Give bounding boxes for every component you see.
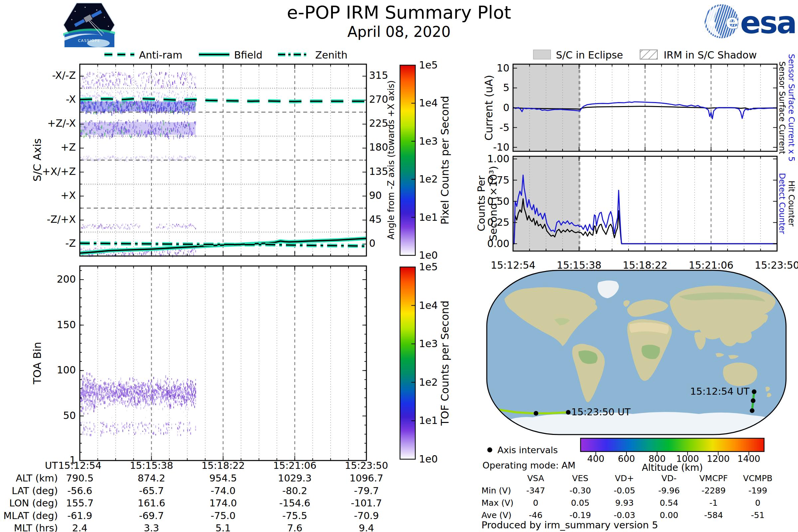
ephemeris-cell: 15:18:22 <box>190 460 256 471</box>
voltage-cell: -51 <box>735 510 781 520</box>
sensor-current-label: Sensor Surface Current <box>777 61 787 154</box>
ephemeris-cell: 155.7 <box>46 497 113 509</box>
page-date: April 08, 2020 <box>200 23 598 40</box>
axis-intervals-label: Axis intervals <box>497 445 558 455</box>
ephemeris-cell: -61.9 <box>46 510 113 521</box>
colorbar-tick-label: 1e4 <box>419 97 438 109</box>
altitude-tick-label: 1000 <box>673 454 703 464</box>
current-tick-label: 0 <box>472 102 509 113</box>
altitude-tick-label: 1400 <box>734 454 764 464</box>
ephemeris-cell: 15:23:50 <box>333 460 400 471</box>
voltage-cell: 0.00 <box>646 510 692 520</box>
angle-tick-label: 90 <box>369 190 382 201</box>
colorbar-tick-label: 1e3 <box>419 135 438 147</box>
colorbar-tick-label: 1e0 <box>419 249 438 261</box>
colorbar-tick-label: 1e5 <box>419 261 438 273</box>
time-tick-label: 15:18:22 <box>615 259 675 271</box>
hit-counter-label: Hit Counter <box>787 180 796 226</box>
ephemeris-cell: 790.5 <box>46 473 113 484</box>
voltage-column-header: VD- <box>646 474 692 483</box>
toa-ylabel: TOA Bin <box>31 342 43 384</box>
current-tick-label: 5 <box>472 82 509 93</box>
detect-counter-label: Detect Counter <box>777 173 787 234</box>
current-tick-label: -5 <box>472 122 509 133</box>
colorbar-tick-label: 1e4 <box>419 300 438 311</box>
angle-tick-label: 225 <box>369 117 388 129</box>
voltage-column-header: VSA <box>512 474 559 483</box>
ephemeris-cell: 1096.7 <box>333 473 400 484</box>
tof-colorbar-label: TOF Counts per Second <box>439 301 451 425</box>
altitude-tick-label: 400 <box>581 454 611 464</box>
voltage-cell: 0 <box>512 498 559 508</box>
voltage-cell: -0.19 <box>557 510 604 520</box>
ephemeris-cell: -154.6 <box>262 497 328 509</box>
patch-text: CASSIOPE <box>78 39 100 43</box>
angle-tick-label: 270 <box>369 93 388 105</box>
toa-tick-label: 200 <box>40 273 76 285</box>
colorbar-tick-label: 1e2 <box>419 376 438 388</box>
voltage-column-header: VCMPB <box>735 474 781 483</box>
toa-tick-label: 100 <box>40 364 76 376</box>
ephemeris-cell: 9.4 <box>333 522 400 532</box>
voltage-cell: -9.96 <box>646 486 692 495</box>
angle-tick-label: 45 <box>369 213 382 225</box>
ephemeris-cell: -65.7 <box>118 485 185 496</box>
voltage-cell: 9.93 <box>601 498 648 508</box>
sc-axis-category-label: -Z/+X <box>20 213 76 225</box>
ephemeris-cell: 3.3 <box>118 522 185 532</box>
time-tick-label: 15:23:50 <box>747 259 798 271</box>
ephemeris-cell: 5.1 <box>190 522 256 532</box>
altitude-tick-label: 800 <box>642 454 672 464</box>
legend-zenith-label: Zenith <box>315 49 347 61</box>
voltage-row-label: Max (V) <box>481 498 513 508</box>
sensor-current-x5-label: Sensor Surface Current x 5 <box>787 54 796 162</box>
sc-axis-category-label: -X/-Z <box>20 70 76 81</box>
ephemeris-cell: 15:15:38 <box>118 460 185 471</box>
ephemeris-cell: -74.0 <box>190 485 256 496</box>
legend-eclipse-label: S/C in Eclipse <box>556 49 623 61</box>
legend-shadow-label: IRM in S/C Shadow <box>664 49 757 61</box>
ephemeris-cell: 174.0 <box>190 497 256 509</box>
ephemeris-cell: 15:12:54 <box>46 460 113 471</box>
angle-tick-label: 135 <box>369 166 388 177</box>
sc-axis-category-label: -X <box>20 93 76 105</box>
ephemeris-cell: 15:21:06 <box>262 460 328 471</box>
sc-axis-category-label: +X/+Z <box>20 166 76 177</box>
ephemeris-cell: 874.2 <box>118 473 185 484</box>
colorbar-tick-label: 1e1 <box>419 211 438 223</box>
voltage-row-label: Ave (V) <box>481 510 511 520</box>
voltage-cell: -46 <box>512 510 559 520</box>
ephemeris-cell: -101.7 <box>333 497 400 509</box>
time-tick-label: 15:15:38 <box>549 259 609 271</box>
sc-axis-category-label: +Z/-X <box>20 117 76 129</box>
ephemeris-cell: 7.6 <box>262 522 328 532</box>
voltage-cell: -347 <box>512 486 559 495</box>
voltage-column-header: VES <box>557 474 604 483</box>
voltage-column-header: VD+ <box>601 474 648 483</box>
voltage-cell: -199 <box>735 486 781 495</box>
ephemeris-cell: 1029.3 <box>262 473 328 484</box>
counts-tick-label: 0.50 <box>472 195 509 207</box>
operating-mode-text: Operating mode: AM <box>482 460 575 471</box>
colorbar-tick-label: 1e0 <box>419 453 438 465</box>
ephemeris-cell: 954.5 <box>190 473 256 484</box>
voltage-cell: 0.05 <box>557 498 604 508</box>
time-tick-label: 15:12:54 <box>483 259 543 271</box>
esa-logo: e esa <box>701 3 797 42</box>
voltage-cell: 0.54 <box>646 498 692 508</box>
counts-tick-label: 0.25 <box>472 216 509 228</box>
voltage-cell: -0.05 <box>601 486 648 495</box>
page-title: e-POP IRM Summary Plot <box>200 2 598 23</box>
colorbar-tick-label: 1e2 <box>419 173 438 185</box>
ephemeris-cell: 161.6 <box>118 497 185 509</box>
ephemeris-cell: 2.4 <box>46 522 113 532</box>
ephemeris-cell: -56.6 <box>46 485 113 496</box>
colorbar-tick-label: 1e5 <box>419 59 438 71</box>
ephemeris-cell: -75.5 <box>262 510 328 521</box>
svg-text:e: e <box>725 10 739 33</box>
voltage-row-label: Min (V) <box>481 486 511 495</box>
legend-antiram-label: Anti-ram <box>139 49 182 61</box>
altitude-tick-label: 1200 <box>703 454 733 464</box>
time-tick-label: 15:21:06 <box>681 259 741 271</box>
voltage-column-header: VMCPF <box>690 474 737 483</box>
